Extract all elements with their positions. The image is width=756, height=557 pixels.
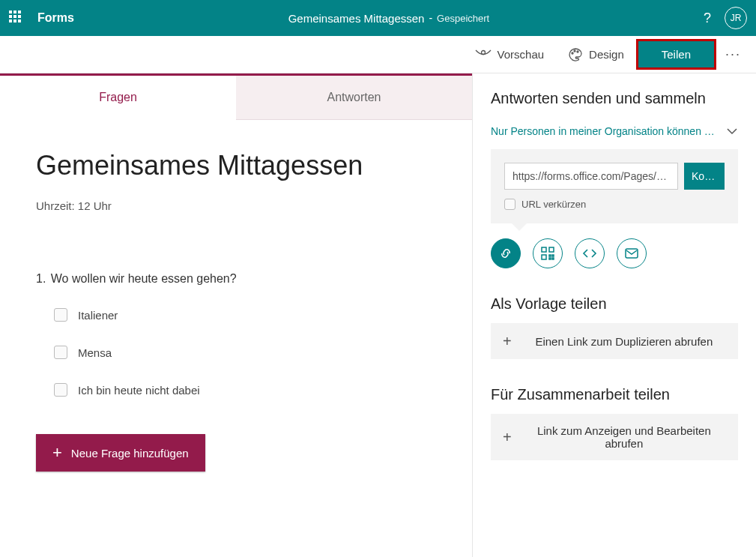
save-status: Gespeichert [437,13,489,24]
get-duplicate-link-button[interactable]: + Einen Link zum Duplizieren abrufen [491,323,738,359]
checkbox-icon[interactable] [54,346,67,359]
avatar[interactable]: JR [725,7,747,29]
plus-icon: + [503,430,512,445]
svg-point-0 [481,50,485,54]
svg-rect-4 [542,247,546,252]
svg-rect-8 [552,255,554,256]
copy-link-button[interactable]: Kopie... [684,163,725,190]
share-embed-icon[interactable] [575,238,605,268]
tabs: Fragen Antworten [0,76,472,120]
design-button[interactable]: Design [557,41,635,68]
audience-dropdown[interactable]: Nur Personen in meiner Organisation könn… [491,125,738,137]
form-subtitle[interactable]: Uhrzeit: 12 Uhr [36,199,436,212]
tab-questions[interactable]: Fragen [0,76,236,120]
checkbox-icon[interactable] [54,308,67,322]
option-1[interactable]: Italiener [36,304,436,326]
app-header: Forms Gemeinsames Mittagessen - Gespeich… [0,0,756,36]
svg-rect-11 [626,249,638,258]
svg-point-2 [574,50,575,52]
more-icon[interactable]: ··· [718,40,749,68]
waffle-icon[interactable] [9,10,24,25]
option-3[interactable]: Ich bin heute nicht dabei [36,379,436,401]
checkbox-icon[interactable] [54,383,67,397]
chevron-down-icon [726,125,738,137]
svg-rect-5 [549,247,554,252]
checkbox-icon[interactable] [504,199,515,210]
shorten-url-checkbox[interactable]: URL verkürzen [504,199,725,210]
question-text: Wo wollen wir heute essen gehen? [51,272,237,285]
eye-icon [475,49,492,60]
form-name[interactable]: Gemeinsames Mittagessen [288,12,425,25]
svg-point-1 [572,52,573,54]
svg-rect-6 [542,255,546,259]
get-collab-link-button[interactable]: + Link zum Anzeigen und Bearbeiten abruf… [491,414,738,460]
help-icon[interactable]: ? [704,10,711,26]
plus-icon: + [52,445,62,461]
question-1[interactable]: 1. Wo wollen wir heute essen gehen? Ital… [36,272,436,401]
share-email-icon[interactable] [617,238,647,268]
share-button[interactable]: Teilen [638,40,715,68]
share-panel: Antworten senden und sammeln Nur Persone… [473,73,756,557]
svg-rect-7 [549,255,551,256]
share-qr-icon[interactable] [533,238,563,268]
tab-responses[interactable]: Antworten [236,76,472,120]
app-name: Forms [37,11,74,25]
share-link-icon[interactable] [491,238,521,268]
palette-icon [568,47,583,62]
template-heading: Als Vorlage teilen [491,295,738,313]
svg-point-3 [577,51,578,52]
question-number: 1. [36,272,46,285]
share-heading: Antworten senden und sammeln [491,90,738,107]
share-link-box: Kopie... URL verkürzen [491,149,738,223]
svg-rect-10 [552,258,554,259]
collab-heading: Für Zusammenarbeit teilen [491,386,738,403]
add-question-button[interactable]: + Neue Frage hinzufügen [36,434,205,472]
share-link-input[interactable] [504,163,678,190]
svg-rect-9 [549,258,551,259]
option-2[interactable]: Mensa [36,341,436,364]
form-title[interactable]: Gemeinsames Mittagessen [36,150,436,181]
command-bar: Vorschau Design Teilen ··· [0,36,756,73]
preview-button[interactable]: Vorschau [465,42,555,67]
plus-icon: + [503,334,512,349]
